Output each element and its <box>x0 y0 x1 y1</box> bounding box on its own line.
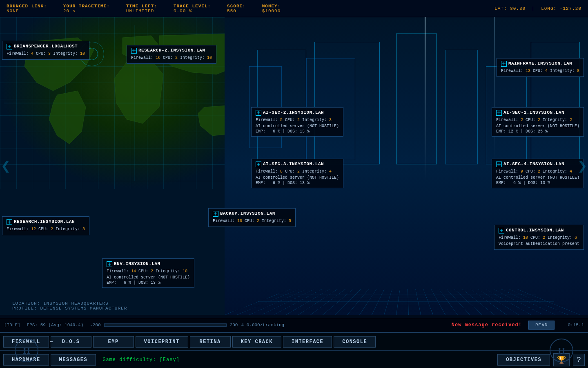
node-ai-sec-4[interactable]: AI-SEC-4.INSYSION.LAN Firewall: 9 CPU: 2… <box>492 159 584 188</box>
node-backup-stats: Firewall: 10 CPU: 2 Integrity: 5 <box>213 218 291 224</box>
node-ai-sec-1-stats: Firewall: 2 CPU: 2 Integrity: 2 <box>496 117 579 123</box>
node-crosshair-ai-sec-2 <box>256 110 261 116</box>
node-env-type: AI controlled server (NOT HOSTILE) <box>107 274 190 280</box>
voiceprint-button[interactable]: VOICEPRINT <box>136 336 188 348</box>
bounced-link-value: NONE <box>7 9 47 13</box>
scroll-right-arrow[interactable]: ❯ <box>577 156 587 176</box>
node-ai-sec-3-type: AI controlled server (NOT HOSTILE) <box>256 175 339 181</box>
node-ai-sec-1-name: AI-SEC-1.INSYSION.LAN <box>503 110 564 115</box>
node-crosshair-ai-sec-4 <box>496 162 502 167</box>
svg-text:H: H <box>558 346 565 356</box>
node-ai-sec-2-name: AI-SEC-2.INSYSION.LAN <box>263 110 324 115</box>
trace-level-label: Trace Level: <box>174 4 211 9</box>
node-backup-name: BACKUP.INSYSION.LAN <box>220 211 275 216</box>
node-backup[interactable]: BACKUP.INSYSION.LAN Firewall: 10 CPU: 2 … <box>208 208 296 227</box>
trace-level-section: Trace Level: 0.00 % <box>174 4 211 13</box>
node-env[interactable]: ENV.INSYSION.LAN Firewall: 14 CPU: 2 Int… <box>102 258 194 288</box>
progress-min: -200 <box>90 323 100 328</box>
node-ai-sec-2-stats: Firewall: 5 CPU: 2 Integrity: 3 <box>256 117 339 123</box>
logo-left-svg: H <box>14 338 39 363</box>
node-crosshair-control <box>499 228 504 233</box>
score-value: 550 <box>227 9 246 13</box>
node-ai-sec-1-emp-dos: EMP: 12 % | DOS: 25 % <box>496 129 579 134</box>
interface-button[interactable]: INTERFACE <box>283 336 332 348</box>
status-fps: FPS: 59 (Avg: 1049.4) <box>27 323 84 328</box>
node-ai-sec-1-type: AI controlled server (NOT HOSTILE) <box>496 123 579 129</box>
progress-current: 4 0.000/tracking <box>241 323 284 328</box>
location-info: Location: Insysion Headquarters Profile:… <box>12 301 127 311</box>
progress-max: 200 <box>230 323 238 328</box>
node-research2-stats: Firewall: 16 CPU: 2 Integrity: 10 <box>131 55 212 61</box>
read-button[interactable]: READ <box>528 321 555 330</box>
tracetime-label: Your Tracetime: <box>63 4 110 9</box>
time-left-section: Time Left: UNLIMITED <box>126 4 157 13</box>
node-ai-sec-4-name: AI-SEC-4.INSYSION.LAN <box>503 162 564 166</box>
action-row-2: HARDWARE MESSAGES Game difficulty: [Easy… <box>0 350 588 368</box>
node-control-type: Voiceprint authentication present <box>499 241 579 247</box>
node-control-stats: Firewall: 10 CPU: 2 Integrity: 6 <box>499 235 579 241</box>
key-crack-button[interactable]: KEY CRACK <box>232 336 281 348</box>
node-crosshair-brian <box>7 44 12 49</box>
node-control-name: CONTROL.INSYSION.LAN <box>506 228 564 233</box>
node-mainframe-stats: Firewall: 13 CPU: 4 Integrity: 8 <box>501 68 579 74</box>
node-ai-sec-4-emp-dos: EMP: 6 % | DOS: 13 % <box>496 181 579 185</box>
node-ai-sec-3-emp-dos: EMP: 6 % | DOS: 13 % <box>256 181 339 185</box>
status-idle: [IDLE] <box>4 323 20 328</box>
node-ai-sec-3[interactable]: AI-SEC-3.INSYSION.LAN Firewall: 8 CPU: 2… <box>251 159 343 188</box>
location-name: Location: Insysion Headquarters <box>12 301 127 306</box>
action-row-1: FIREWALL D.O.S EMP VOICEPRINT RETINA KEY… <box>0 333 588 350</box>
console-button[interactable]: CONSOLE <box>334 336 376 348</box>
node-research2[interactable]: RESEARCH-2.INSYSION.LAN Firewall: 16 CPU… <box>127 45 216 64</box>
money-section: Money: $10000 <box>262 4 281 13</box>
node-mainframe-name: MAINFRAME.INSYSION.LAN <box>508 61 572 66</box>
node-control[interactable]: CONTROL.INSYSION.LAN Firewall: 10 CPU: 2… <box>494 225 584 250</box>
node-ai-sec-3-stats: Firewall: 8 CPU: 2 Integrity: 4 <box>256 168 339 175</box>
tracetime-value: 20 s <box>63 9 110 13</box>
node-ai-sec-2[interactable]: AI-SEC-2.INSYSION.LAN Firewall: 5 CPU: 2… <box>251 107 343 137</box>
lat-label: LAT: <box>494 6 507 11</box>
node-env-emp-dos: EMP: 6 % | DOS: 13 % <box>107 280 190 285</box>
node-crosshair-env <box>107 261 112 267</box>
status-bar: [IDLE] FPS: 59 (Avg: 1049.4) -200 200 4 … <box>0 318 588 332</box>
emp-button[interactable]: EMP <box>93 336 134 348</box>
location-profile: Profile: Defense Systems Manufacturer <box>12 306 127 311</box>
node-research[interactable]: RESEARCH.INSYSION.LAN Firewall: 12 CPU: … <box>2 216 89 235</box>
node-mainframe[interactable]: MAINFRAME.INSYSION.LAN Firewall: 13 CPU:… <box>497 58 584 77</box>
time-left-label: Time Left: <box>126 4 157 9</box>
tracetime-section: Your Tracetime: 20 s <box>63 4 110 13</box>
bounced-link-label: Bounced Link: <box>7 4 47 9</box>
long-value: -127.20 <box>560 6 581 11</box>
node-brianspencer[interactable]: BRIANSPENCER.LOCALHOST Firewall: 4 CPU: … <box>2 41 89 60</box>
node-crosshair-mainframe <box>501 61 507 67</box>
svg-text:H: H <box>23 346 30 356</box>
node-brian-name: BRIANSPENCER.LOCALHOST <box>14 44 78 49</box>
node-ai-sec-1[interactable]: AI-SEC-1.INSYSION.LAN Firewall: 2 CPU: 2… <box>492 107 584 137</box>
top-hud: Bounced Link: NONE Your Tracetime: 20 s … <box>0 0 588 17</box>
dos-button[interactable]: D.O.S <box>51 336 91 348</box>
node-crosshair-ai-sec-1 <box>496 110 502 116</box>
logo-left: H <box>12 336 41 365</box>
trace-level-value: 0.00 % <box>174 9 211 13</box>
game-difficulty: Game difficulty: [Easy] <box>98 355 496 364</box>
time-left-value: UNLIMITED <box>126 9 157 13</box>
messages-button[interactable]: MESSAGES <box>51 354 96 366</box>
node-crosshair-research2 <box>131 48 137 54</box>
scroll-left-arrow[interactable]: ❮ <box>1 156 11 176</box>
score-label: Score: <box>227 4 246 9</box>
objectives-button[interactable]: OBJECTIVES <box>497 354 550 366</box>
node-ai-sec-3-name: AI-SEC-3.INSYSION.LAN <box>263 162 324 166</box>
retina-button[interactable]: RETINA <box>190 336 231 348</box>
fps-value: 59 <box>40 323 46 328</box>
node-ai-sec-4-stats: Firewall: 9 CPU: 2 Integrity: 4 <box>496 168 579 175</box>
node-research2-name: RESEARCH-2.INSYSION.LAN <box>138 48 205 53</box>
main-area: ❮ ❯ BRIANSPENCER.LOCALHOST Firewall: 4 C… <box>0 17 588 315</box>
new-message-alert: New message received! <box>452 322 522 328</box>
score-section: Score: 550 <box>227 4 246 13</box>
node-crosshair-research <box>7 219 12 225</box>
timer-display: 0:15.1 <box>568 323 584 328</box>
long-label: LONG: <box>541 6 557 11</box>
node-crosshair-ai-sec-3 <box>256 162 261 167</box>
node-brian-stats: Firewall: 4 CPU: 3 Integrity: 10 <box>7 51 85 57</box>
progress-bar <box>104 323 227 327</box>
bounced-link-section: Bounced Link: NONE <box>7 4 47 13</box>
